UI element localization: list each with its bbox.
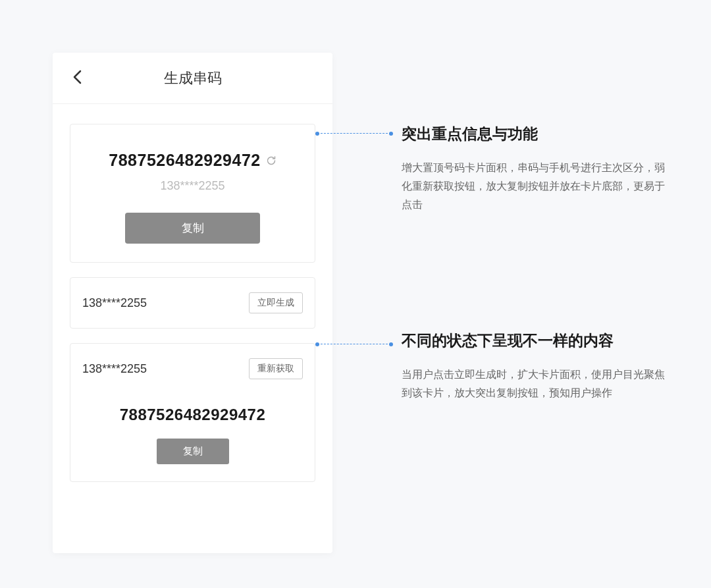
phone-text: 138****2255 [82,362,147,376]
connector-dot [315,132,319,136]
annotation-block: 不同的状态下呈现不一样的内容 当用户点击立即生成时，扩大卡片面积，使用户目光聚焦… [402,331,665,402]
generate-button[interactable]: 立即生成 [249,292,303,313]
annotation-block: 突出重点信息与功能 增大置顶号码卡片面积，串码与手机号进行主次区分，弱化重新获取… [402,124,665,214]
annotation-title: 突出重点信息与功能 [402,124,665,144]
serial-row: 7887526482929472 [84,151,302,170]
pending-card: 138****2255 立即生成 [70,277,315,329]
connector-line [317,133,391,134]
annotation-title: 不同的状态下呈现不一样的内容 [402,331,665,351]
back-icon[interactable] [72,68,82,89]
phone-mockup: 生成串码 7887526482929472 138****2255 复制 138… [53,53,332,553]
connector-dot [389,132,393,136]
connector-dot [315,342,319,346]
refresh-icon[interactable] [266,155,276,166]
refetch-button[interactable]: 重新获取 [249,358,303,379]
card-row: 138****2255 重新获取 [70,344,315,394]
primary-card: 7887526482929472 138****2255 复制 [70,124,315,263]
annotation-desc: 增大置顶号码卡片面积，串码与手机号进行主次区分，弱化重新获取按钮，放大复制按钮并… [402,159,665,214]
copy-button[interactable]: 复制 [157,439,229,464]
annotation-desc: 当用户点击立即生成时，扩大卡片面积，使用户目光聚焦到该卡片，放大突出复制按钮，预… [402,365,665,402]
connector-line [317,344,391,344]
connector-dot [389,342,393,346]
nav-bar: 生成串码 [53,53,332,104]
phone-masked: 138****2255 [84,179,302,193]
serial-code: 7887526482929472 [70,406,315,424]
phone-text: 138****2255 [82,296,147,310]
serial-code: 7887526482929472 [109,151,260,170]
content-area: 7887526482929472 138****2255 复制 138****2… [53,104,332,516]
card-row: 138****2255 立即生成 [70,278,315,328]
expanded-card: 138****2255 重新获取 7887526482929472 复制 [70,343,315,482]
page-title: 生成串码 [53,68,332,88]
copy-button[interactable]: 复制 [125,213,260,244]
